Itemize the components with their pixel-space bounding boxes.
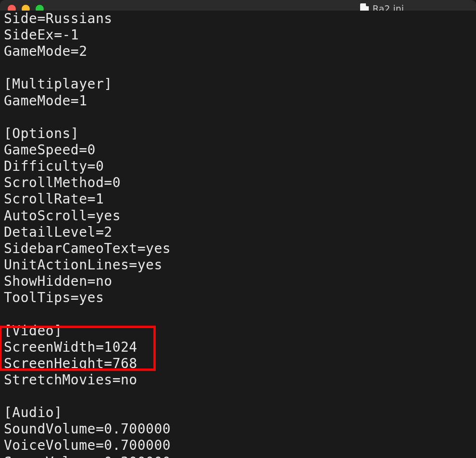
section-header: [Options] bbox=[4, 126, 472, 142]
text-line: AutoScroll=yes bbox=[4, 208, 472, 224]
text-line: SidebarCameoText=yes bbox=[4, 241, 472, 257]
blank-line bbox=[4, 306, 472, 323]
text-line: Side=Russians bbox=[4, 11, 472, 27]
blank-line bbox=[4, 388, 472, 405]
text-line: ScreenWidth=1024 bbox=[4, 339, 472, 356]
section-header: [Audio] bbox=[4, 405, 472, 421]
text-line: SideEx=-1 bbox=[4, 27, 472, 43]
text-line: VoiceVolume=0.700000 bbox=[4, 437, 472, 454]
text-line: GameMode=1 bbox=[4, 93, 472, 109]
text-line: UnitActionLines=yes bbox=[4, 257, 472, 273]
text-line: ScoreVolume=0.300000 bbox=[4, 454, 472, 458]
blank-line bbox=[4, 109, 472, 126]
text-line: SoundVolume=0.700000 bbox=[4, 421, 472, 437]
text-line: ToolTips=yes bbox=[4, 290, 472, 306]
text-line: GameMode=2 bbox=[4, 43, 472, 60]
text-line: StretchMovies=no bbox=[4, 372, 472, 388]
text-line: DetailLevel=2 bbox=[4, 224, 472, 241]
section-header: [Video] bbox=[4, 323, 472, 339]
text-line: Difficulty=0 bbox=[4, 158, 472, 175]
text-line: GameSpeed=0 bbox=[4, 142, 472, 158]
text-line: ShowHidden=no bbox=[4, 273, 472, 290]
text-line: ScrollRate=1 bbox=[4, 191, 472, 207]
section-header: [Multiplayer] bbox=[4, 76, 472, 92]
blank-line bbox=[4, 60, 472, 76]
text-line: ScrollMethod=0 bbox=[4, 175, 472, 191]
text-editor[interactable]: Side=Russians SideEx=-1 GameMode=2 [Mult… bbox=[0, 11, 476, 451]
text-line: ScreenHeight=768 bbox=[4, 356, 472, 372]
